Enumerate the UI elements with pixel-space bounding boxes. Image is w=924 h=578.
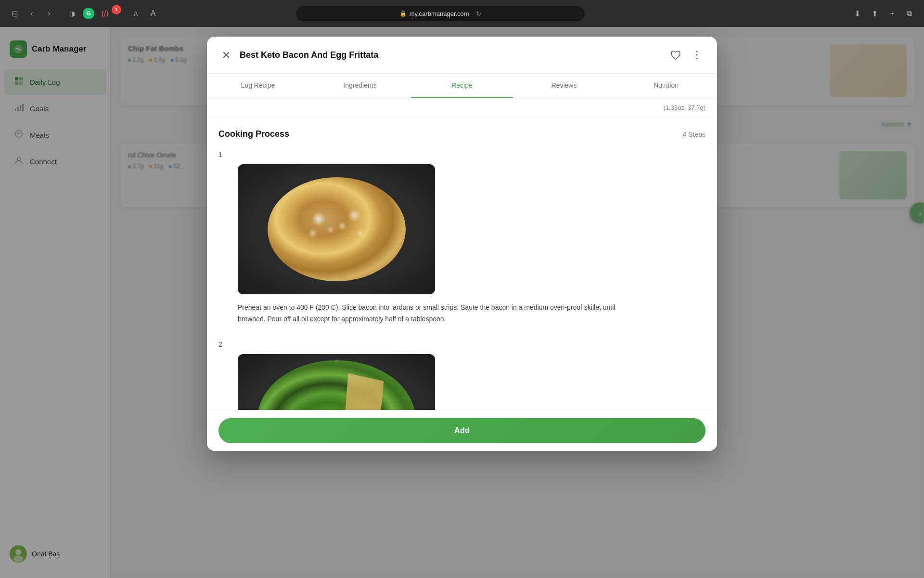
tab-ingredients[interactable]: Ingredients	[309, 74, 411, 98]
font-a-large[interactable]: A	[146, 7, 160, 20]
step-1-image	[238, 164, 435, 294]
browser-chrome: ⊟ ‹ › ◑ G ⟨/⟩ 1 A A 🔒 my.carbmanager.com…	[0, 0, 924, 27]
modal-body[interactable]: (1.33oz, 37.7g) Cooking Process 4 Steps …	[207, 98, 717, 410]
tab-log-recipe[interactable]: Log Recipe	[207, 74, 309, 98]
size-info: (1.33oz, 37.7g)	[207, 98, 717, 118]
recipe-modal: Best Keto Bacon And Egg Frittata	[207, 37, 717, 451]
share-icon[interactable]: ⬆	[868, 7, 882, 20]
grammarly-icon: G	[83, 8, 94, 19]
step-1-number: 1	[218, 151, 706, 158]
modal-footer: Add	[207, 410, 717, 451]
svg-point-16	[696, 54, 698, 56]
modal-overlay: Best Keto Bacon And Egg Frittata	[0, 27, 924, 578]
lock-icon: 🔒	[399, 10, 407, 17]
steps-count: 4 Steps	[683, 131, 706, 138]
tabs-icon[interactable]: ⧉	[903, 7, 916, 20]
add-button[interactable]: Add	[218, 418, 706, 443]
cooking-step-2: 2	[218, 341, 706, 410]
close-button[interactable]	[218, 47, 234, 63]
cooking-process-header: Cooking Process 4 Steps	[218, 129, 706, 139]
sidebar-toggle[interactable]: ⊟	[8, 7, 21, 20]
tab-reviews[interactable]: Reviews	[513, 74, 615, 98]
shield-icon: ◑	[65, 7, 79, 20]
cooking-process-title: Cooking Process	[218, 129, 289, 139]
cooking-process-section: Cooking Process 4 Steps 1 Preheat an ove…	[207, 118, 717, 410]
refresh-icon[interactable]: ↻	[476, 10, 481, 17]
more-options-button[interactable]	[688, 46, 706, 64]
cooking-step-1: 1 Preheat an oven to 400 F (200 C). Slic…	[218, 151, 706, 325]
new-tab-icon[interactable]: +	[886, 7, 899, 20]
app-container: Carb Manager Daily Log	[0, 27, 924, 578]
recipe-tabs: Log Recipe Ingredients Recipe Reviews Nu…	[207, 74, 717, 98]
browser-extensions: ⬇ ⬆ + ⧉	[851, 7, 916, 20]
tab-recipe[interactable]: Recipe	[411, 74, 513, 98]
step-2-number: 2	[218, 341, 706, 348]
step-2-image	[238, 354, 435, 410]
font-a-small[interactable]: A	[129, 7, 142, 20]
svg-point-17	[696, 58, 698, 59]
url-text: my.carbmanager.com	[410, 10, 469, 17]
modal-title: Best Keto Bacon And Egg Frittata	[240, 50, 667, 60]
code-icon: ⟨/⟩	[98, 7, 112, 20]
tab-nutrition[interactable]: Nutrition	[615, 74, 717, 98]
address-bar[interactable]: 🔒 my.carbmanager.com ↻	[296, 6, 585, 21]
modal-action-buttons	[667, 46, 706, 64]
step-1-description: Preheat an oven to 400 F (200 C). Slice …	[238, 302, 623, 325]
download-icon[interactable]: ⬇	[851, 7, 864, 20]
forward-button[interactable]: ›	[42, 7, 56, 20]
favorite-button[interactable]	[667, 46, 684, 64]
back-button[interactable]: ‹	[25, 7, 38, 20]
modal-header: Best Keto Bacon And Egg Frittata	[207, 37, 717, 74]
svg-point-15	[696, 51, 698, 53]
